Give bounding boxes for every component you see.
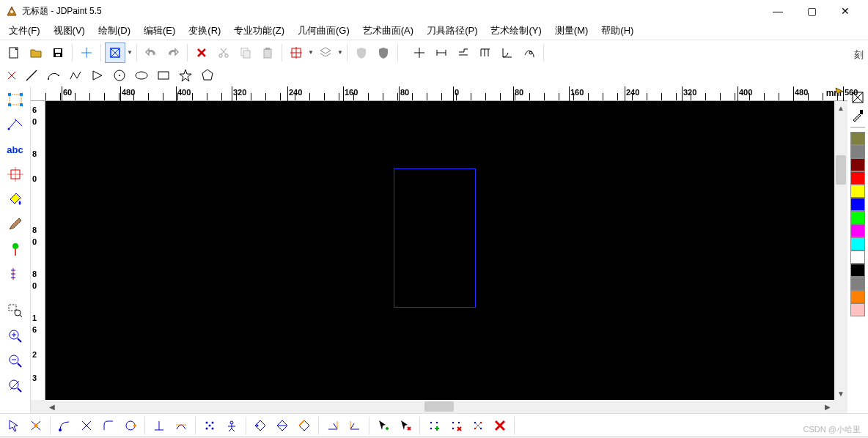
ruler-tool-icon[interactable]	[4, 264, 26, 284]
close-button[interactable]: ✕	[828, 0, 862, 22]
grid-red-icon[interactable]	[446, 415, 466, 436]
color-swatch-4[interactable]	[850, 185, 865, 198]
color-swatch-12[interactable]	[850, 290, 865, 303]
snap-grid-icon[interactable]	[199, 415, 220, 436]
canvas[interactable]	[45, 101, 834, 400]
snap-button[interactable]	[286, 42, 306, 63]
dim-leader-button[interactable]	[453, 42, 474, 63]
zoom-window-icon[interactable]	[4, 300, 26, 321]
zoom-reset-icon[interactable]	[4, 375, 26, 396]
color-swatch-7[interactable]	[850, 224, 865, 237]
color-swatch-9[interactable]	[850, 250, 865, 264]
menu-geom[interactable]: 几何曲面(G)	[295, 23, 353, 39]
transform-icon[interactable]	[4, 164, 26, 185]
contour-button[interactable]	[519, 42, 540, 63]
vertical-scrollbar[interactable]: ▲ ▼	[834, 101, 847, 400]
curve-loop-icon[interactable]	[120, 415, 141, 436]
scroll-right-arrow[interactable]: ▶	[821, 400, 834, 413]
menu-pro[interactable]: 专业功能(Z)	[231, 23, 287, 39]
curve-start-icon[interactable]	[54, 415, 75, 436]
snap-person-icon[interactable]	[221, 415, 242, 436]
diamond2-icon[interactable]	[272, 415, 293, 436]
horizontal-scrollbar[interactable]: ◀ ▶	[31, 400, 847, 413]
delete-button[interactable]	[191, 42, 212, 63]
clear-x-icon[interactable]	[490, 415, 510, 436]
menu-art-surf[interactable]: 艺术曲面(A)	[360, 23, 416, 39]
menu-edit[interactable]: 编辑(E)	[141, 23, 178, 39]
zoom-out-icon[interactable]	[4, 350, 26, 371]
color-swatch-5[interactable]	[850, 198, 865, 211]
polyline-tool-button[interactable]	[65, 65, 86, 86]
layers-button[interactable]	[315, 42, 336, 63]
color-swatch-1[interactable]	[850, 145, 865, 158]
menu-transform[interactable]: 变换(R)	[185, 23, 224, 39]
cut-button[interactable]	[213, 42, 234, 63]
new-file-button[interactable]	[4, 42, 24, 63]
extend1-icon[interactable]	[323, 415, 343, 436]
copy-button[interactable]	[235, 42, 256, 63]
undo-button[interactable]	[141, 42, 161, 63]
diamond3-icon[interactable]	[294, 415, 315, 436]
extend2-icon[interactable]	[345, 415, 365, 436]
hscroll-thumb[interactable]	[424, 401, 454, 412]
scroll-up-arrow[interactable]: ▲	[834, 101, 847, 114]
menu-view[interactable]: 视图(V)	[51, 23, 88, 39]
color-swatch-3[interactable]	[850, 171, 865, 185]
color-swatch-2[interactable]	[850, 158, 865, 171]
vscroll-thumb[interactable]	[836, 155, 846, 185]
shield2-button[interactable]	[373, 42, 394, 63]
arrow-select-icon[interactable]	[4, 415, 24, 436]
maximize-button[interactable]: ▢	[795, 0, 828, 22]
scroll-left-arrow[interactable]: ◀	[45, 400, 59, 413]
redo-button[interactable]	[163, 42, 183, 63]
select-box-button[interactable]	[105, 42, 125, 63]
perp-icon[interactable]	[149, 415, 169, 436]
text-tool-icon[interactable]: abc	[4, 139, 26, 160]
line-tool-button[interactable]	[21, 65, 42, 86]
color-swatch-13[interactable]	[850, 303, 865, 316]
dim-h-button[interactable]	[431, 42, 452, 63]
menu-file[interactable]: 文件(F)	[6, 23, 43, 39]
polygon-tool-button[interactable]	[197, 65, 218, 86]
curve-break-icon[interactable]	[76, 415, 97, 436]
minimize-button[interactable]: —	[761, 0, 795, 22]
color-swatch-11[interactable]	[850, 277, 865, 290]
node-edit-icon[interactable]	[26, 415, 46, 436]
snap-dropdown[interactable]: ▼	[307, 49, 315, 56]
pin-tool-icon[interactable]	[4, 239, 26, 259]
grid-swap-icon[interactable]	[468, 415, 488, 436]
select-box-dropdown[interactable]: ▼	[126, 49, 133, 56]
open-file-button[interactable]	[26, 42, 46, 63]
pointer-x-icon[interactable]	[395, 415, 416, 436]
color-swatch-0[interactable]	[850, 132, 865, 145]
grid-green-icon[interactable]	[424, 415, 444, 436]
menu-measure[interactable]: 测量(M)	[552, 23, 592, 39]
drawn-rectangle[interactable]	[394, 168, 476, 308]
polygon-arrow-button[interactable]	[87, 65, 108, 86]
menu-art-draw[interactable]: 艺术绘制(Y)	[488, 23, 544, 39]
star-tool-button[interactable]	[175, 65, 196, 86]
close-shape-toolbar-button[interactable]	[4, 65, 20, 86]
scroll-down-arrow[interactable]: ▼	[834, 387, 847, 400]
save-file-button[interactable]	[48, 42, 68, 63]
origin-button[interactable]	[76, 42, 97, 63]
ellipse-tool-button[interactable]	[131, 65, 152, 86]
curve-fillet-icon[interactable]	[98, 415, 119, 436]
diamond1-icon[interactable]	[250, 415, 271, 436]
menu-toolpath[interactable]: 刀具路径(P)	[424, 23, 480, 39]
color-swatch-8[interactable]	[850, 237, 865, 250]
edit-points-icon[interactable]	[4, 114, 26, 135]
menu-draw[interactable]: 绘制(D)	[95, 23, 133, 39]
menu-help[interactable]: 帮助(H)	[598, 23, 636, 39]
color-swatch-10[interactable]	[850, 264, 865, 277]
paste-button[interactable]	[257, 42, 278, 63]
arc-tool-button[interactable]	[43, 65, 64, 86]
fill-tool-icon[interactable]	[4, 189, 26, 209]
angle-button[interactable]	[497, 42, 518, 63]
eyedropper-icon[interactable]	[850, 107, 866, 123]
brush-tool-icon[interactable]	[4, 214, 26, 234]
dim-align-button[interactable]	[475, 42, 496, 63]
circle-tool-button[interactable]	[109, 65, 130, 86]
zoom-in-icon[interactable]	[4, 325, 26, 346]
layers-dropdown[interactable]: ▼	[336, 49, 344, 56]
